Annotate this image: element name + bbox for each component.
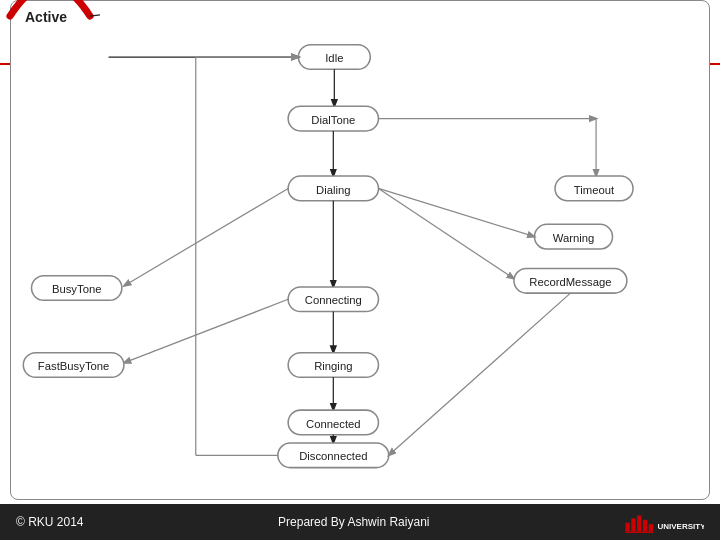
svg-text:Timeout: Timeout — [574, 184, 615, 196]
svg-rect-46 — [643, 520, 647, 532]
svg-line-27 — [124, 299, 288, 363]
footer: © RKU 2014 Prepared By Ashwin Raiyani UN… — [0, 504, 720, 540]
svg-rect-44 — [631, 518, 635, 531]
svg-rect-43 — [625, 523, 629, 532]
svg-text:Ringing: Ringing — [314, 360, 352, 372]
svg-text:RecordMessage: RecordMessage — [529, 276, 611, 288]
footer-prepared-by: Prepared By Ashwin Raiyani — [278, 515, 429, 529]
svg-line-21 — [124, 188, 288, 286]
svg-text:FastBusyTone: FastBusyTone — [38, 360, 109, 372]
svg-text:UNIVERSITY: UNIVERSITY — [657, 522, 704, 531]
svg-text:Disconnected: Disconnected — [299, 450, 367, 462]
svg-text:Warning: Warning — [553, 232, 595, 244]
diagram-container: Active Idle DialTone Timeout Warning Dia… — [10, 0, 710, 500]
rku-logo-area: UNIVERSITY — [624, 507, 704, 537]
state-diagram-svg: Idle DialTone Timeout Warning Dialing Re… — [11, 1, 709, 499]
rku-logo-svg: UNIVERSITY — [624, 507, 704, 537]
svg-line-42 — [389, 293, 571, 455]
svg-rect-48 — [625, 531, 653, 532]
svg-text:Connecting: Connecting — [305, 294, 362, 306]
svg-text:Dialing: Dialing — [316, 184, 351, 196]
svg-line-18 — [378, 188, 513, 278]
footer-copyright: © RKU 2014 — [16, 515, 84, 529]
svg-text:DialTone: DialTone — [311, 114, 355, 126]
svg-text:Connected: Connected — [306, 418, 361, 430]
svg-rect-47 — [649, 524, 653, 531]
svg-line-15 — [378, 188, 534, 236]
arc-decoration — [0, 0, 100, 25]
svg-text:Idle: Idle — [325, 52, 343, 64]
svg-rect-45 — [637, 515, 641, 531]
svg-text:BusyTone: BusyTone — [52, 283, 102, 295]
